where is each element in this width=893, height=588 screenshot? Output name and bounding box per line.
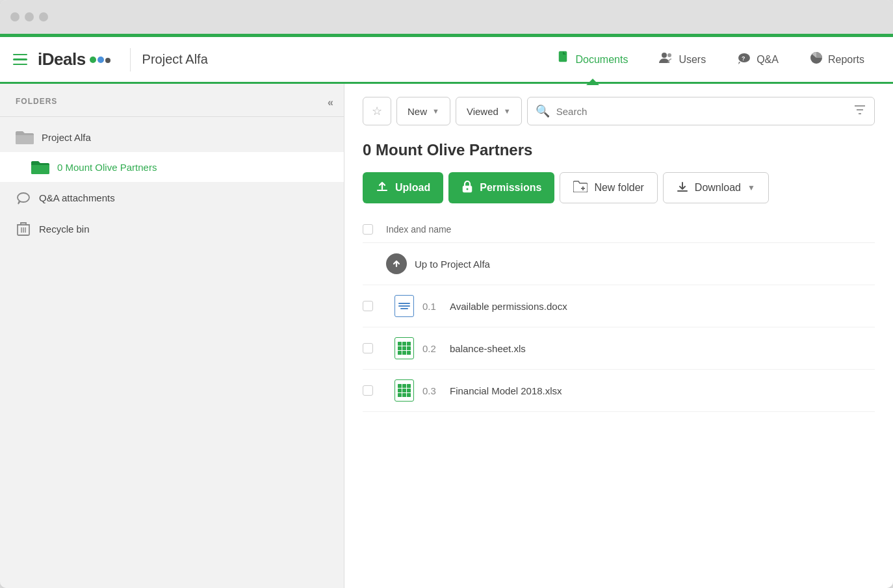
nav-divider xyxy=(130,48,131,71)
sidebar-item-qa-attachments[interactable]: Q&A attachments xyxy=(0,182,344,213)
hamburger-line xyxy=(13,58,27,60)
word-doc-icon xyxy=(394,296,415,316)
maximize-button[interactable] xyxy=(39,12,48,21)
users-icon xyxy=(659,51,673,68)
word-line xyxy=(398,305,410,307)
project-name-section: Project Alfa xyxy=(118,48,208,71)
sidebar-item-project-alfa[interactable]: Project Alfa xyxy=(0,122,344,152)
excel-icon xyxy=(394,380,415,401)
svg-point-15 xyxy=(467,188,469,190)
sidebar-item-recycle-bin[interactable]: Recycle bin xyxy=(0,213,344,244)
project-name: Project Alfa xyxy=(142,52,208,67)
new-folder-label: New folder xyxy=(594,182,643,194)
file-3-checkbox[interactable] xyxy=(363,385,373,396)
svg-point-6 xyxy=(18,193,29,202)
nav-label-reports: Reports xyxy=(828,54,864,66)
trash-icon xyxy=(16,221,31,236)
select-all-checkbox[interactable] xyxy=(363,224,373,235)
file-list-header: Index and name xyxy=(363,216,875,243)
new-button[interactable]: New ▼ xyxy=(396,97,450,125)
nav-label-qa: Q&A xyxy=(757,54,779,66)
upload-icon xyxy=(376,180,389,196)
nav-item-documents[interactable]: Documents xyxy=(541,36,643,83)
excel-icon xyxy=(394,338,415,359)
svg-point-2 xyxy=(667,53,671,57)
index-name-header: Index and name xyxy=(386,224,451,235)
lock-icon xyxy=(461,180,473,196)
nav-item-reports[interactable]: Reports xyxy=(794,36,880,83)
file-checkbox-col xyxy=(363,301,386,311)
viewed-button[interactable]: Viewed ▼ xyxy=(456,97,522,125)
sidebar-item-label-project-alfa: Project Alfa xyxy=(42,132,91,143)
main-layout: « FOLDERS Project Alfa xyxy=(0,84,893,588)
logo-dot-dark xyxy=(105,58,110,63)
file-3-index: 0.3 xyxy=(422,385,442,396)
content-area: ☆ New ▼ Viewed ▼ 🔍 xyxy=(344,84,893,588)
permissions-label: Permissions xyxy=(480,182,541,194)
search-bar[interactable]: 🔍 xyxy=(527,97,875,125)
file-2-name[interactable]: balance-sheet.xls xyxy=(450,343,526,354)
up-to-parent-row[interactable]: Up to Project Alfa xyxy=(363,243,875,285)
viewed-label: Viewed xyxy=(467,106,498,117)
header: iDeals Project Alfa Documents xyxy=(0,37,893,84)
sidebar-item-label-recycle-bin: Recycle bin xyxy=(39,224,90,235)
document-icon xyxy=(557,51,570,68)
search-icon: 🔍 xyxy=(536,104,550,118)
file-1-checkbox[interactable] xyxy=(363,301,373,311)
star-button[interactable]: ☆ xyxy=(363,97,391,125)
new-folder-icon xyxy=(573,181,588,195)
download-label: Download xyxy=(695,182,741,194)
nav-item-qa[interactable]: ? Q&A xyxy=(721,36,794,83)
download-dropdown-arrow[interactable]: ▼ xyxy=(747,183,755,192)
sidebar-collapse-button[interactable]: « xyxy=(328,97,333,109)
svg-text:?: ? xyxy=(742,55,745,62)
hamburger-menu[interactable] xyxy=(13,54,27,66)
header-checkbox-col xyxy=(363,224,386,235)
toolbar: ☆ New ▼ Viewed ▼ 🔍 xyxy=(363,97,875,125)
folders-label: FOLDERS xyxy=(0,97,344,116)
main-nav: Documents Users xyxy=(541,36,880,83)
file-1-name[interactable]: Available permissions.docx xyxy=(450,301,567,312)
permissions-button[interactable]: Permissions xyxy=(448,172,554,203)
up-arrow-icon xyxy=(386,253,407,274)
logo-dot-green xyxy=(90,57,96,63)
search-input[interactable] xyxy=(556,106,847,117)
minimize-button[interactable] xyxy=(25,12,34,21)
file-row: 0.3 Financial Model 2018.xlsx xyxy=(363,370,875,412)
sidebar-item-label-qa: Q&A attachments xyxy=(39,192,115,203)
logo-icon xyxy=(90,57,110,63)
file-2-checkbox[interactable] xyxy=(363,343,373,353)
sidebar-item-label-mount-olive: 0 Mount Olive Partners xyxy=(57,162,157,173)
new-folder-button[interactable]: New folder xyxy=(560,172,657,203)
logo: iDeals xyxy=(38,49,110,70)
close-button[interactable] xyxy=(10,12,19,21)
sidebar-divider xyxy=(0,116,344,117)
file-2-index: 0.2 xyxy=(422,343,442,354)
nav-item-users[interactable]: Users xyxy=(643,36,721,83)
sidebar-item-mount-olive[interactable]: 0 Mount Olive Partners xyxy=(0,152,344,182)
qa-icon: ? xyxy=(737,51,751,68)
viewed-dropdown-arrow: ▼ xyxy=(504,107,511,115)
nav-label-documents: Documents xyxy=(575,54,628,66)
excel-grid xyxy=(398,342,411,355)
app-window: iDeals Project Alfa Documents xyxy=(0,0,893,588)
up-to-label: Up to Project Alfa xyxy=(415,259,490,270)
file-row: 0.2 balance-sheet.xls xyxy=(363,327,875,370)
reports-icon xyxy=(810,51,823,68)
nav-label-users: Users xyxy=(679,54,706,66)
hamburger-line xyxy=(13,64,27,66)
file-3-name[interactable]: Financial Model 2018.xlsx xyxy=(450,385,562,396)
download-button[interactable]: Download ▼ xyxy=(663,172,769,203)
svg-point-1 xyxy=(662,53,667,58)
new-dropdown-arrow: ▼ xyxy=(432,107,439,115)
word-line-short xyxy=(400,308,408,309)
bubble-icon xyxy=(16,190,31,205)
file-row: 0.1 Available permissions.docx xyxy=(363,285,875,327)
file-checkbox-col xyxy=(363,343,386,353)
title-bar xyxy=(0,0,893,34)
sidebar: « FOLDERS Project Alfa xyxy=(0,84,344,588)
upload-label: Upload xyxy=(395,182,430,194)
new-label: New xyxy=(408,106,427,117)
filter-icon[interactable] xyxy=(853,105,866,118)
upload-button[interactable]: Upload xyxy=(363,172,443,203)
